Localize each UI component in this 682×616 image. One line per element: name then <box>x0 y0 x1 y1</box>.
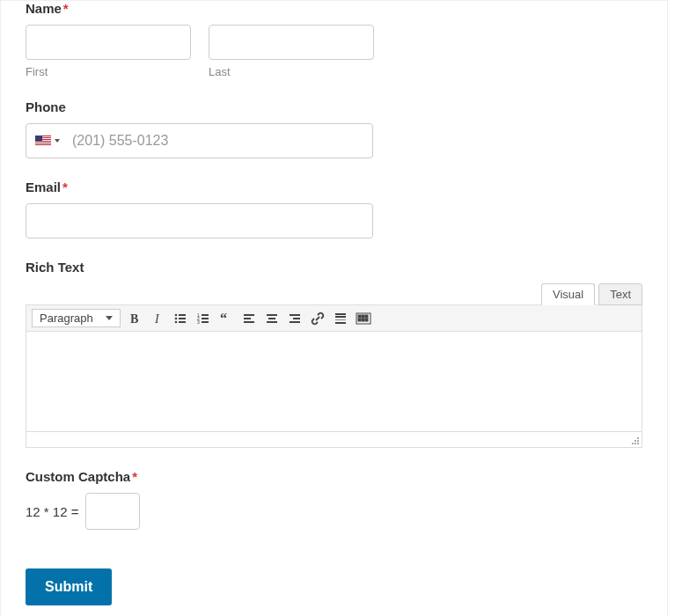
svg-rect-29 <box>290 314 300 316</box>
svg-rect-17 <box>202 314 209 316</box>
svg-rect-24 <box>244 318 251 319</box>
name-field-group: Name* First Last <box>26 1 642 78</box>
svg-point-12 <box>174 317 177 319</box>
align-right-button[interactable] <box>286 310 304 327</box>
richtext-label: Rich Text <box>26 260 642 275</box>
captcha-field-group: Custom Captcha* 12 * 12 = <box>26 469 642 530</box>
insert-more-button[interactable] <box>332 310 349 327</box>
richtext-statusbar <box>26 432 642 448</box>
align-center-button[interactable] <box>263 310 281 327</box>
tab-text[interactable]: Text <box>598 283 642 305</box>
chevron-down-icon <box>106 316 113 320</box>
svg-rect-44 <box>634 440 636 442</box>
form-wrapper: Name* First Last Phone <box>0 0 668 616</box>
svg-rect-35 <box>335 322 346 324</box>
italic-button[interactable]: I <box>149 310 166 327</box>
svg-rect-39 <box>365 315 368 318</box>
svg-rect-43 <box>637 437 639 439</box>
captcha-label-text: Custom Captcha <box>26 469 130 484</box>
submit-button[interactable]: Submit <box>26 568 112 605</box>
phone-label: Phone <box>26 99 642 114</box>
svg-rect-4 <box>35 142 51 143</box>
svg-rect-7 <box>35 136 42 142</box>
svg-rect-42 <box>365 319 368 321</box>
svg-rect-38 <box>362 315 364 318</box>
svg-rect-27 <box>268 318 275 319</box>
numbered-list-button[interactable]: 123 <box>194 310 212 327</box>
svg-rect-15 <box>179 321 186 323</box>
svg-rect-41 <box>362 319 364 321</box>
svg-rect-34 <box>335 319 346 320</box>
email-label-text: Email <box>26 180 61 194</box>
richtext-tabs-row: Visual Text <box>26 283 642 304</box>
phone-field-group: Phone <box>26 99 642 158</box>
svg-text:B: B <box>130 312 138 326</box>
tab-visual[interactable]: Visual <box>541 283 595 305</box>
link-button[interactable] <box>309 310 326 327</box>
us-flag-icon <box>35 136 51 146</box>
format-select-label: Paragraph <box>40 312 93 325</box>
first-name-col: First <box>26 25 191 78</box>
last-name-col: Last <box>209 25 374 78</box>
phone-input-wrap <box>26 123 373 158</box>
svg-rect-26 <box>267 314 277 316</box>
svg-rect-5 <box>35 143 51 144</box>
svg-rect-6 <box>35 145 51 146</box>
phone-input[interactable] <box>69 126 372 156</box>
svg-point-10 <box>174 313 177 316</box>
richtext-tabs: Visual Text <box>541 283 642 305</box>
name-required-mark: * <box>63 1 69 16</box>
svg-point-14 <box>174 320 177 323</box>
first-name-input[interactable] <box>26 25 191 60</box>
svg-rect-47 <box>634 443 636 444</box>
captcha-label: Custom Captcha* <box>26 469 642 484</box>
last-name-sublabel: Last <box>209 65 374 78</box>
svg-rect-32 <box>335 313 346 315</box>
chevron-down-icon <box>55 139 60 143</box>
bullet-list-button[interactable] <box>172 310 189 327</box>
country-flag-selector[interactable] <box>35 136 69 146</box>
captcha-input[interactable] <box>85 493 140 530</box>
svg-rect-40 <box>358 319 361 321</box>
svg-text:I: I <box>154 312 160 326</box>
svg-rect-46 <box>632 443 634 444</box>
captcha-required-mark: * <box>132 469 137 484</box>
toolbar-toggle-button[interactable] <box>355 310 372 327</box>
email-input[interactable] <box>26 203 373 238</box>
captcha-question: 12 * 12 = <box>26 504 78 519</box>
name-row: First Last <box>26 25 642 78</box>
captcha-row: 12 * 12 = <box>26 493 642 530</box>
svg-rect-25 <box>244 321 254 323</box>
bold-button[interactable]: B <box>126 310 143 327</box>
svg-rect-21 <box>202 321 209 323</box>
svg-rect-13 <box>179 318 186 319</box>
svg-rect-28 <box>267 321 277 323</box>
svg-text:“: “ <box>220 312 227 326</box>
resize-grip-icon[interactable] <box>631 436 640 445</box>
svg-rect-23 <box>244 314 254 316</box>
first-name-sublabel: First <box>26 65 191 78</box>
svg-rect-30 <box>293 318 300 319</box>
svg-rect-31 <box>290 321 300 323</box>
svg-rect-33 <box>335 316 346 318</box>
svg-rect-45 <box>637 440 639 442</box>
name-label-text: Name <box>26 1 62 16</box>
align-left-button[interactable] <box>240 310 258 327</box>
email-label: Email* <box>26 180 642 194</box>
format-select[interactable]: Paragraph <box>32 309 121 327</box>
last-name-input[interactable] <box>209 25 374 60</box>
richtext-toolbar: Paragraph B I 123 “ <box>26 304 642 332</box>
richtext-field-group: Rich Text Visual Text Paragraph B I 123 <box>26 260 642 448</box>
email-field-group: Email* <box>26 180 642 238</box>
svg-rect-19 <box>202 318 209 319</box>
blockquote-button[interactable]: “ <box>217 310 235 327</box>
svg-text:3: 3 <box>197 319 200 325</box>
email-required-mark: * <box>62 180 68 194</box>
name-label: Name* <box>26 1 642 16</box>
svg-rect-37 <box>358 315 361 318</box>
svg-rect-11 <box>179 314 186 316</box>
svg-rect-48 <box>637 443 639 444</box>
richtext-editor[interactable] <box>26 332 642 432</box>
